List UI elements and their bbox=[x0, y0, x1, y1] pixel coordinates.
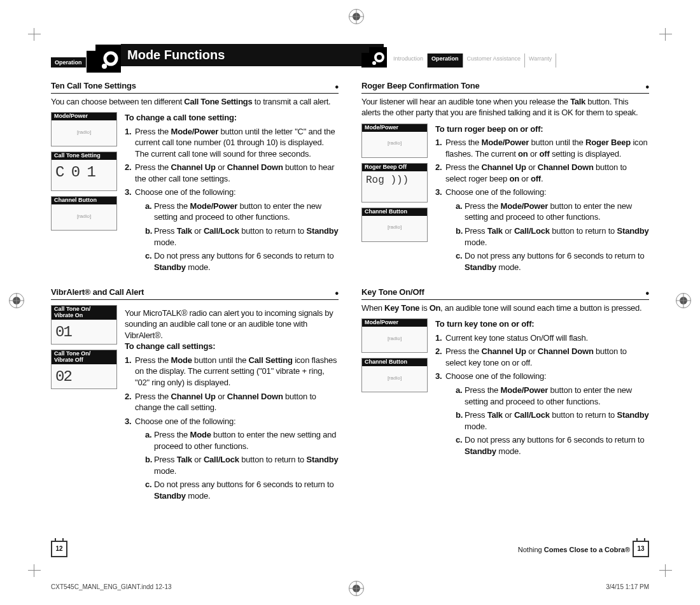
illustration: Channel Button[radio] bbox=[361, 358, 428, 392]
lead: To turn roger beep on or off: bbox=[435, 124, 649, 135]
illustration: Mode/Power[radio] bbox=[361, 124, 428, 158]
lead: To change call settings: bbox=[125, 341, 339, 352]
section-heading: Ten Call Tone Settings bbox=[51, 80, 339, 94]
step: Choose one of the following: bbox=[445, 371, 546, 381]
step: Choose one of the following: bbox=[135, 187, 235, 197]
header-tabs: Introduction Operation Customer Assistan… bbox=[361, 53, 556, 68]
step: Press the Channel Up or Channel Down but… bbox=[445, 162, 627, 183]
step: Press the Mode/Power button until the le… bbox=[135, 127, 335, 159]
svg-point-12 bbox=[105, 53, 116, 64]
crop-mark-icon bbox=[29, 29, 39, 39]
step: Choose one of the following: bbox=[135, 416, 235, 426]
tab-intro: Introduction bbox=[389, 53, 428, 68]
illustration: Mode/Power[radio] bbox=[51, 112, 117, 146]
tab-warranty: Warranty bbox=[525, 53, 556, 68]
substep: Press the Mode/Power button to enter the… bbox=[465, 385, 632, 406]
substep: Do not press any buttons for 6 seconds t… bbox=[154, 251, 333, 272]
illustration: Roger Beep OffRog ))) bbox=[361, 163, 428, 203]
substep: Press the Mode/Power button to enter the… bbox=[465, 201, 632, 222]
section-heading: Key Tone On/Off bbox=[361, 287, 649, 300]
illustration: Channel Button[radio] bbox=[361, 208, 428, 242]
section-intro: You can choose between ten different Cal… bbox=[51, 96, 339, 108]
substep: Press the Mode/Power button to enter the… bbox=[154, 201, 321, 222]
registration-mark-icon bbox=[676, 293, 691, 308]
section-intro: Your listener will hear an audible tone … bbox=[361, 96, 649, 118]
step: Press the Channel Up or Channel Down but… bbox=[135, 162, 334, 183]
substep: Press Talk or Call/Lock button to return… bbox=[465, 226, 648, 247]
illustration: Mode/Power[radio] bbox=[361, 318, 428, 353]
step: Choose one of the following: bbox=[445, 187, 546, 197]
section-heading: VibrAlert® and Call Alert bbox=[51, 287, 339, 300]
timestamp-slug: 3/4/15 1:17 PM bbox=[606, 583, 649, 592]
svg-point-13 bbox=[102, 64, 107, 69]
section-intro: Your MicroTALK® radio can alert you to i… bbox=[125, 308, 339, 341]
step: Press the Channel Up or Channel Down but… bbox=[135, 392, 316, 413]
registration-mark-icon bbox=[349, 9, 364, 24]
section-heading: Roger Beep Confirmation Tone bbox=[361, 80, 649, 94]
tab-operation: Operation bbox=[428, 53, 463, 68]
substep: Press Talk or Call/Lock button to return… bbox=[154, 455, 338, 476]
svg-point-15 bbox=[372, 61, 376, 65]
substep: Do not press any buttons for 6 seconds t… bbox=[154, 480, 333, 501]
page-number: 13 bbox=[633, 541, 649, 557]
registration-mark-icon bbox=[9, 293, 24, 308]
crop-mark-icon bbox=[661, 29, 671, 39]
brand-logo-icon bbox=[87, 45, 121, 73]
illustration: Channel Button[radio] bbox=[51, 196, 117, 231]
print-spread: Operation Mode Functions Ten Call Tone S… bbox=[0, 0, 700, 605]
illustration: Call Tone On/ Vibrate On01 bbox=[51, 305, 117, 345]
step: Press the Mode button until the Call Set… bbox=[135, 355, 337, 387]
section-tab: Operation bbox=[51, 57, 86, 68]
substep: Press Talk or Call/Lock button to return… bbox=[465, 410, 648, 431]
crop-mark-icon bbox=[661, 566, 671, 576]
substep: Press Talk or Call/Lock button to return… bbox=[154, 226, 338, 247]
substep: Do not press any buttons for 6 seconds t… bbox=[465, 251, 644, 272]
section-intro: When Key Tone is On, an audible tone wil… bbox=[361, 302, 649, 314]
brand-tagline: Nothing Comes Close to a Cobra® bbox=[518, 545, 630, 555]
page-left: Operation Mode Functions Ten Call Tone S… bbox=[51, 41, 339, 557]
page-right: Introduction Operation Customer Assistan… bbox=[361, 41, 649, 557]
step: Current key tone status On/Off will flas… bbox=[445, 333, 588, 343]
lead: To change a call tone setting: bbox=[125, 112, 339, 124]
illustration: Call Tone On/ Vibrate Off02 bbox=[51, 350, 117, 389]
svg-point-14 bbox=[375, 53, 383, 61]
lead: To turn key tone on or off: bbox=[435, 318, 649, 330]
illustration: Call Tone SettingC 0 1 bbox=[51, 152, 117, 191]
crop-mark-icon bbox=[29, 566, 39, 576]
step: Press the Mode/Power button until the Ro… bbox=[445, 138, 647, 159]
brand-logo-icon bbox=[361, 47, 387, 68]
file-slug: CXT545C_MANL_ENG_GIANT.indd 12-13 bbox=[51, 583, 172, 592]
substep: Press the Mode button to enter the new s… bbox=[154, 430, 336, 451]
tab-customer-assistance: Customer Assistance bbox=[463, 53, 526, 68]
substep: Do not press any buttons for 6 seconds t… bbox=[465, 435, 644, 456]
page-number: 12 bbox=[51, 541, 67, 557]
step: Press the Channel Up or Channel Down but… bbox=[445, 346, 627, 367]
page-title: Mode Functions bbox=[121, 44, 384, 66]
registration-mark-icon bbox=[349, 581, 364, 596]
